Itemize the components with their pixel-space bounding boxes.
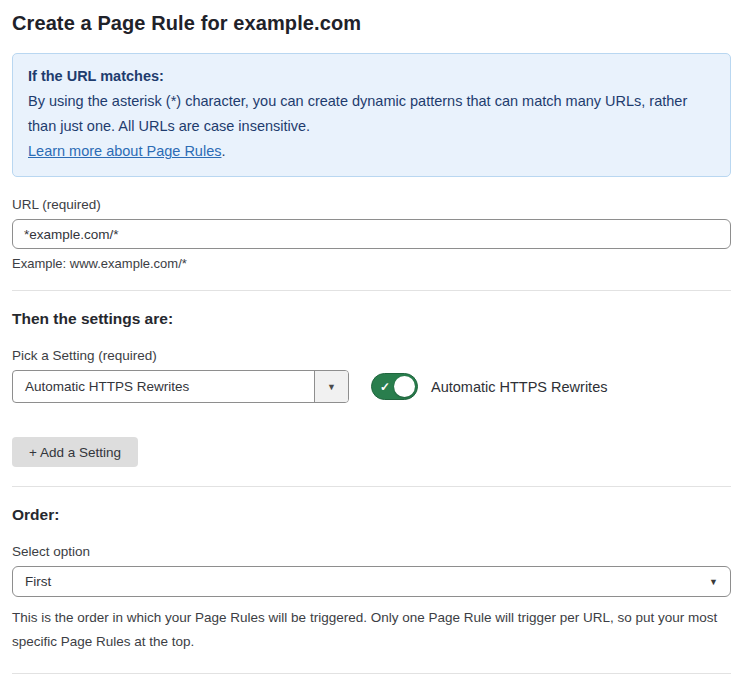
- url-match-info-box: If the URL matches: By using the asteris…: [12, 53, 731, 177]
- caret-down-icon: ▼: [327, 382, 336, 392]
- add-setting-button[interactable]: + Add a Setting: [12, 437, 138, 467]
- link-suffix: .: [221, 143, 225, 159]
- order-section-heading: Order:: [12, 506, 731, 524]
- pick-setting-label: Pick a Setting (required): [12, 348, 731, 363]
- url-field-label: URL (required): [12, 197, 731, 212]
- settings-section-heading: Then the settings are:: [12, 310, 731, 328]
- create-page-rule-form: Create a Page Rule for example.com If th…: [0, 0, 743, 686]
- caret-down-icon: ▼: [709, 577, 718, 587]
- order-select-label: Select option: [12, 544, 731, 559]
- divider: [12, 290, 731, 291]
- divider: [12, 673, 731, 674]
- info-box-body: By using the asterisk (*) character, you…: [28, 89, 715, 139]
- setting-select-value: Automatic HTTPS Rewrites: [13, 371, 314, 402]
- order-select-value: First: [25, 574, 709, 589]
- info-box-link-line: Learn more about Page Rules.: [28, 139, 715, 164]
- setting-toggle[interactable]: ✓: [371, 373, 418, 400]
- setting-row: Automatic HTTPS Rewrites ▼ ✓ Automatic H…: [12, 370, 731, 403]
- toggle-knob: [394, 376, 415, 397]
- divider: [12, 486, 731, 487]
- order-help-text: This is the order in which your Page Rul…: [12, 606, 722, 654]
- page-title: Create a Page Rule for example.com: [12, 12, 731, 35]
- info-box-heading: If the URL matches:: [28, 64, 715, 89]
- setting-toggle-label: Automatic HTTPS Rewrites: [431, 379, 607, 395]
- learn-more-link[interactable]: Learn more about Page Rules: [28, 143, 221, 159]
- order-select[interactable]: First ▼: [12, 566, 731, 597]
- setting-select[interactable]: Automatic HTTPS Rewrites ▼: [12, 370, 349, 403]
- setting-select-caret-button[interactable]: ▼: [314, 371, 348, 402]
- url-input[interactable]: [12, 219, 731, 249]
- url-field-example: Example: www.example.com/*: [12, 256, 731, 271]
- check-icon: ✓: [380, 379, 390, 393]
